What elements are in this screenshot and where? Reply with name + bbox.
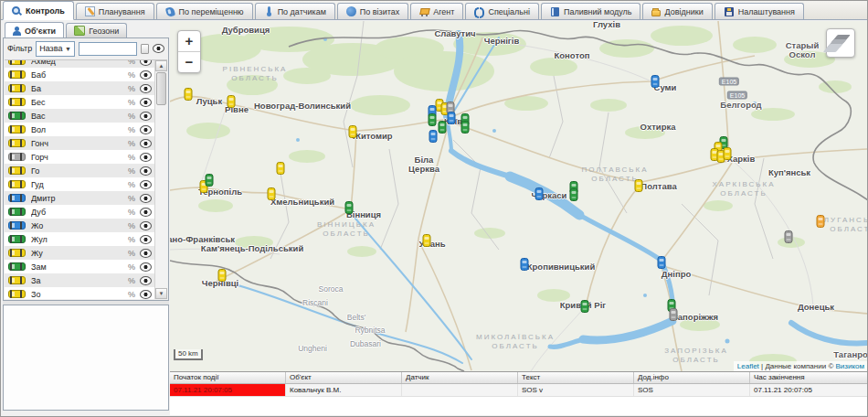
vehicle-map-marker[interactable] xyxy=(429,130,438,143)
toolbar-tab[interactable]: Планування xyxy=(76,3,154,19)
clear-filter-button[interactable] xyxy=(141,44,149,54)
track-icon[interactable]: % xyxy=(128,221,135,230)
track-icon[interactable]: % xyxy=(128,262,135,272)
vehicle-map-marker[interactable] xyxy=(635,179,643,192)
object-list-item[interactable]: Жул % xyxy=(5,232,155,246)
object-list-item[interactable]: Жо % xyxy=(5,219,155,232)
visibility-eye-icon[interactable] xyxy=(140,112,152,121)
object-list-item[interactable]: Жу % xyxy=(5,246,155,260)
visibility-eye-icon[interactable] xyxy=(140,249,152,258)
visibility-eye-icon[interactable] xyxy=(140,221,152,230)
events-column-header[interactable]: Час закінчення xyxy=(750,372,868,383)
vehicle-map-marker[interactable] xyxy=(570,188,578,201)
vehicle-map-marker[interactable] xyxy=(461,121,470,134)
vehicle-map-marker[interactable] xyxy=(185,88,193,101)
filter-field-select[interactable]: Назва ▼ xyxy=(36,41,75,57)
track-icon[interactable]: % xyxy=(128,112,135,121)
scroll-thumb[interactable] xyxy=(156,72,166,105)
object-list-item[interactable]: За % xyxy=(5,273,155,287)
object-list-item[interactable]: Баб % xyxy=(5,68,155,81)
events-column-header[interactable]: Дод.інфо xyxy=(634,372,750,383)
object-list-item[interactable]: Зо % xyxy=(5,287,155,299)
vehicle-map-marker[interactable] xyxy=(535,187,544,200)
object-list-item[interactable]: Вол % xyxy=(5,123,155,136)
track-icon[interactable]: % xyxy=(128,290,135,299)
visibility-eye-icon[interactable] xyxy=(140,98,152,107)
layers-control[interactable] xyxy=(826,28,855,58)
leaflet-link[interactable]: Leaflet xyxy=(737,362,759,370)
sidebar-tab[interactable]: Геозони xyxy=(66,23,127,37)
track-icon[interactable]: % xyxy=(128,235,135,244)
vehicle-map-marker[interactable] xyxy=(521,258,529,271)
object-list-item[interactable]: Ахмед % xyxy=(5,59,155,68)
track-icon[interactable]: % xyxy=(128,59,135,66)
toolbar-tab[interactable]: Налаштування xyxy=(715,3,804,19)
vehicle-map-marker[interactable] xyxy=(268,187,276,200)
vehicle-map-marker[interactable] xyxy=(439,121,447,134)
track-icon[interactable]: % xyxy=(128,84,135,93)
visibility-eye-icon[interactable] xyxy=(140,276,152,285)
object-list-item[interactable]: Зам % xyxy=(5,260,155,273)
object-list-item[interactable]: Дуб % xyxy=(5,205,155,219)
objects-scrollbar[interactable]: ▲ ▼ xyxy=(154,60,167,299)
visibility-eye-icon[interactable] xyxy=(140,208,152,217)
events-column-header[interactable]: Початок події xyxy=(170,372,286,383)
object-list-item[interactable]: Ба % xyxy=(5,81,155,95)
vehicle-map-marker[interactable] xyxy=(206,174,214,187)
events-column-header[interactable]: Текст xyxy=(518,372,634,383)
vehicle-map-marker[interactable] xyxy=(429,113,437,126)
vehicle-map-marker[interactable] xyxy=(218,269,227,282)
vehicle-map-marker[interactable] xyxy=(817,215,825,228)
visibility-eye-icon[interactable] xyxy=(140,70,152,80)
track-icon[interactable]: % xyxy=(128,125,135,134)
event-row[interactable]: 07.11.21 20:07:05Ковальчук В.М.SOS vSOS0… xyxy=(170,384,868,397)
vehicle-map-marker[interactable] xyxy=(651,75,660,88)
track-icon[interactable]: % xyxy=(128,153,135,162)
toolbar-tab[interactable]: Довідники xyxy=(642,3,712,19)
visibility-eye-icon[interactable] xyxy=(140,125,152,134)
track-icon[interactable]: % xyxy=(128,70,135,80)
zoom-in-button[interactable]: + xyxy=(178,31,200,52)
track-icon[interactable]: % xyxy=(128,194,135,203)
vehicle-map-marker[interactable] xyxy=(448,112,456,124)
visibility-eye-icon[interactable] xyxy=(140,262,152,272)
object-list-item[interactable]: Бес % xyxy=(5,95,155,109)
show-all-eye-icon[interactable] xyxy=(153,44,164,53)
object-list-item[interactable]: Гонч % xyxy=(5,136,155,150)
filter-search-input[interactable] xyxy=(79,42,137,56)
visibility-eye-icon[interactable] xyxy=(140,290,152,299)
visibility-eye-icon[interactable] xyxy=(140,153,152,162)
object-list-item[interactable]: Горч % xyxy=(5,150,155,164)
toolbar-tab[interactable]: По візитах xyxy=(337,3,408,19)
visibility-eye-icon[interactable] xyxy=(140,194,152,203)
vehicle-map-marker[interactable] xyxy=(228,95,236,108)
track-icon[interactable]: % xyxy=(128,180,135,189)
visibility-eye-icon[interactable] xyxy=(140,180,152,189)
toolbar-tab[interactable]: Паливний модуль xyxy=(541,3,641,19)
track-icon[interactable]: % xyxy=(128,166,135,176)
toolbar-tab[interactable]: По переміщенню xyxy=(156,3,253,19)
vehicle-map-marker[interactable] xyxy=(785,230,793,243)
visibility-eye-icon[interactable] xyxy=(140,84,152,93)
track-icon[interactable]: % xyxy=(128,276,135,285)
toolbar-tab[interactable]: Агент xyxy=(410,3,463,19)
track-icon[interactable]: % xyxy=(128,98,135,107)
vehicle-map-marker[interactable] xyxy=(670,308,678,321)
zoom-out-button[interactable]: − xyxy=(178,52,200,72)
vehicle-map-marker[interactable] xyxy=(658,256,666,269)
scroll-up-arrow[interactable]: ▲ xyxy=(155,60,167,71)
object-list-item[interactable]: Дмитр % xyxy=(5,191,155,205)
vehicle-map-marker[interactable] xyxy=(423,234,431,247)
visibility-eye-icon[interactable] xyxy=(140,166,152,176)
events-column-header[interactable]: Датчик xyxy=(402,372,518,383)
object-list-item[interactable]: Го % xyxy=(5,164,155,177)
visibility-eye-icon[interactable] xyxy=(140,235,152,244)
scroll-down-arrow[interactable]: ▼ xyxy=(155,288,167,299)
object-list-item[interactable]: Гуд % xyxy=(5,177,155,191)
track-icon[interactable]: % xyxy=(128,249,135,258)
map-canvas[interactable]: + − ДубровицяСлавутичЧернігівГлухівКонот… xyxy=(170,21,868,371)
track-icon[interactable]: % xyxy=(128,139,135,148)
toolbar-tab[interactable]: Контроль xyxy=(3,1,74,20)
visibility-eye-icon[interactable] xyxy=(140,139,152,148)
toolbar-tab[interactable]: По датчикам xyxy=(255,3,335,19)
